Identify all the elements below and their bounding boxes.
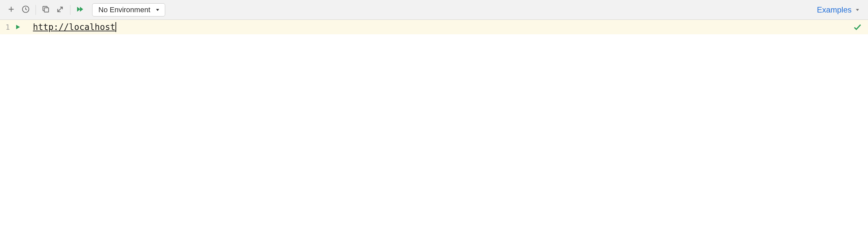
plus-icon: [7, 5, 16, 15]
toolbar-left-group: No Environment: [4, 3, 165, 17]
copy-button[interactable]: [38, 3, 53, 17]
copy-icon: [41, 5, 50, 15]
environment-selector[interactable]: No Environment: [92, 3, 165, 17]
svg-marker-6: [80, 7, 83, 11]
chevron-down-icon: [155, 7, 160, 12]
double-play-icon: [76, 5, 85, 15]
editor-area: 1 http://localhost: [0, 20, 868, 34]
svg-marker-5: [77, 7, 80, 11]
import-arrow-icon: [56, 5, 64, 15]
line-number: 1: [5, 23, 10, 31]
svg-rect-3: [44, 8, 49, 12]
examples-label: Examples: [817, 5, 851, 15]
environment-label: No Environment: [98, 6, 150, 14]
add-button[interactable]: [4, 3, 19, 17]
editor-line[interactable]: 1 http://localhost: [0, 20, 868, 34]
import-button[interactable]: [53, 3, 67, 17]
request-url-text[interactable]: http://localhost: [33, 22, 115, 32]
run-line-button[interactable]: [14, 24, 21, 30]
text-cursor: [116, 22, 116, 32]
validation-status: [853, 22, 862, 33]
run-all-button[interactable]: [73, 3, 88, 17]
toolbar-divider: [70, 5, 70, 15]
toolbar-divider: [35, 5, 36, 15]
history-button[interactable]: [19, 3, 33, 17]
svg-marker-7: [156, 9, 159, 11]
chevron-down-icon: [855, 7, 860, 12]
toolbar-right-group: Examples: [817, 5, 864, 15]
svg-marker-9: [16, 25, 20, 29]
svg-line-4: [58, 7, 63, 11]
svg-marker-8: [856, 9, 859, 11]
examples-dropdown[interactable]: Examples: [817, 5, 864, 15]
checkmark-icon: [853, 27, 862, 33]
clock-icon: [21, 5, 30, 15]
toolbar: No Environment Examples: [0, 0, 868, 20]
editor-gutter: 1: [0, 20, 23, 34]
